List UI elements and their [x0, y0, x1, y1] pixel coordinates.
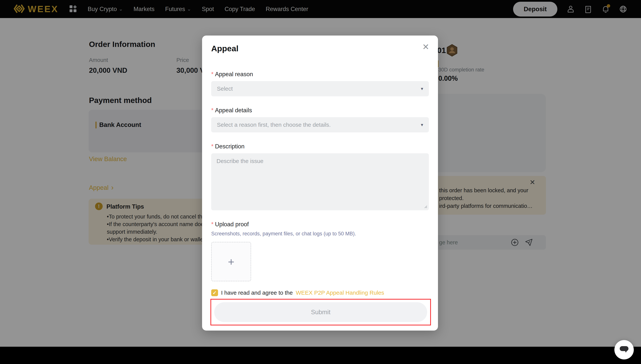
required-asterisk: * — [211, 107, 214, 114]
agreement-row: ✓ I have read and agree to the WEEX P2P … — [211, 289, 384, 296]
upload-dropzone[interactable]: + — [211, 242, 251, 281]
description-textarea[interactable]: Describe the issue — [211, 153, 429, 210]
submit-button[interactable]: Submit — [214, 302, 427, 322]
textarea-placeholder: Describe the issue — [217, 158, 263, 164]
modal-title: Appeal — [211, 44, 238, 53]
select-placeholder: Select — [217, 86, 421, 92]
appeal-details-select[interactable]: Select a reason first, then choose the d… — [211, 117, 429, 132]
appeal-details-label: * Appeal details — [211, 107, 252, 114]
agreement-text: I have read and agree to the — [221, 290, 293, 296]
check-icon: ✓ — [213, 290, 217, 296]
caret-down-icon: ▾ — [421, 122, 423, 128]
annotation-red-box: Submit — [210, 299, 431, 326]
plus-icon: + — [228, 255, 234, 268]
required-asterisk: * — [211, 143, 214, 150]
appeal-modal: Appeal ✕ * Appeal reason Select ▾ * Appe… — [202, 36, 438, 330]
resize-handle-icon[interactable] — [423, 204, 427, 209]
appeal-reason-select[interactable]: Select ▾ — [211, 81, 429, 96]
agreement-checkbox[interactable]: ✓ — [211, 289, 218, 296]
upload-proof-label: * Upload proof — [211, 221, 249, 228]
close-icon[interactable]: ✕ — [422, 43, 429, 51]
weex-p2p-order-page: WEEX Buy Crypto ⌄ Markets Futures ⌄ — [0, 0, 641, 364]
chat-bubble-icon — [618, 344, 629, 355]
required-asterisk: * — [211, 221, 214, 228]
description-label: * Description — [211, 143, 244, 150]
upload-hint: Screenshots, records, payment files, or … — [211, 231, 356, 237]
appeal-reason-label: * Appeal reason — [211, 71, 253, 78]
select-placeholder: Select a reason first, then choose the d… — [217, 122, 421, 128]
caret-down-icon: ▾ — [421, 86, 423, 92]
appeal-rules-link[interactable]: WEEX P2P Appeal Handling Rules — [296, 290, 384, 296]
support-chat-fab[interactable] — [614, 340, 634, 360]
required-asterisk: * — [211, 71, 214, 78]
